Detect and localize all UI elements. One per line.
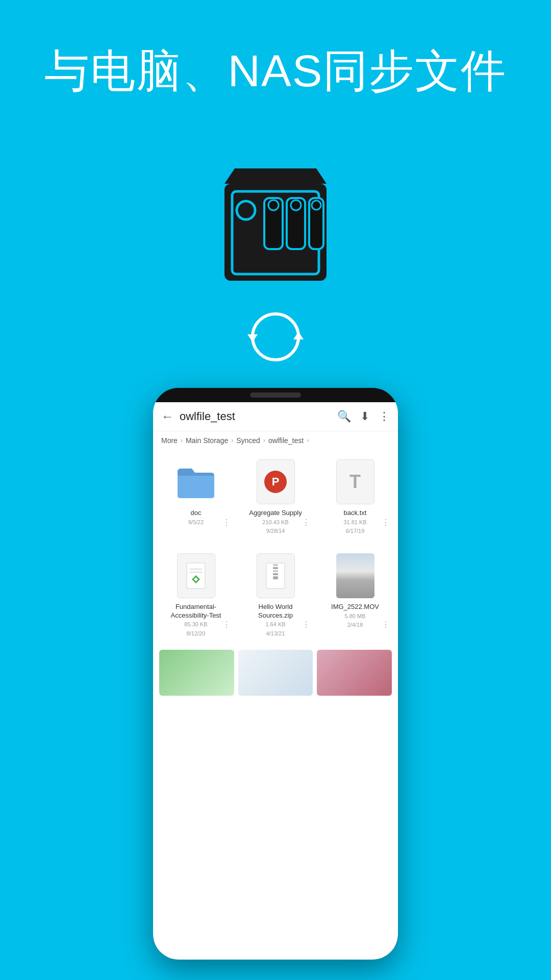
- epub-svg-icon: [185, 562, 207, 590]
- zip-svg-icon: [264, 562, 287, 590]
- file-name-mov: IMG_2522.MOV: [331, 603, 379, 611]
- app-title: owlfile_test: [180, 410, 337, 423]
- search-icon[interactable]: 🔍: [337, 410, 351, 423]
- phone-screen: ← owlfile_test 🔍 ⬇ ⋮ More › Main Storage…: [153, 402, 398, 960]
- svg-rect-17: [273, 576, 278, 579]
- breadcrumb-sep-3: ›: [263, 437, 265, 444]
- svg-marker-9: [293, 332, 304, 339]
- file-item-zip[interactable]: Hello World Sources.zip 1.64 KB 4/13/21 …: [237, 548, 314, 642]
- nas-icon: [204, 138, 347, 291]
- ppt-icon-bg: P: [257, 459, 295, 504]
- file-date-doc: 9/5/22: [188, 519, 204, 526]
- file-grid-row2: Fundamental-Accessibility-Test 85.30 KB …: [153, 544, 398, 646]
- back-button[interactable]: ←: [161, 409, 173, 424]
- more-vert-icon[interactable]: ⋮: [379, 410, 390, 423]
- file-size-epub: 85.30 KB: [184, 621, 207, 628]
- breadcrumb-sep-2: ›: [231, 437, 233, 444]
- epub-icon-wrapper: [173, 553, 219, 599]
- bottom-thumb-2[interactable]: [238, 650, 313, 696]
- hero-title: 与电脑、NAS同步文件: [0, 41, 551, 102]
- file-more-mov[interactable]: ⋮: [382, 620, 390, 629]
- file-more-txt[interactable]: ⋮: [382, 518, 390, 527]
- breadcrumb-more[interactable]: More: [161, 436, 178, 445]
- file-item-txt[interactable]: T back.txt 31.81 KB 6/17/19 ⋮: [316, 454, 394, 540]
- bottom-thumb-1[interactable]: [159, 650, 234, 696]
- sync-icon: [245, 306, 306, 368]
- file-grid-row1: doc 9/5/22 ⋮ P Aggregate Supply 210.43 K…: [153, 450, 398, 544]
- txt-inner-icon: T: [349, 471, 361, 493]
- mov-thumbnail: [336, 553, 374, 598]
- svg-rect-15: [273, 570, 278, 572]
- breadcrumb: More › Main Storage › Synced › owlfile_t…: [153, 431, 398, 450]
- txt-icon-bg: T: [336, 459, 374, 504]
- breadcrumb-main-storage[interactable]: Main Storage: [186, 436, 228, 445]
- header-icons: 🔍 ⬇ ⋮: [337, 410, 390, 423]
- file-item-mov[interactable]: IMG_2522.MOV 5.80 MB 2/4/18 ⋮: [316, 548, 394, 642]
- svg-rect-4: [287, 198, 305, 249]
- phone-notch: [153, 388, 398, 402]
- svg-marker-10: [247, 334, 258, 342]
- file-size-zip: 1.64 KB: [265, 621, 285, 628]
- bottom-thumb-3[interactable]: [317, 650, 392, 696]
- app-header: ← owlfile_test 🔍 ⬇ ⋮: [153, 402, 398, 431]
- ppt-inner-icon: P: [264, 471, 287, 493]
- zip-icon-bg: [257, 553, 295, 598]
- phone-speaker: [250, 393, 301, 398]
- file-more-ppt[interactable]: ⋮: [302, 518, 310, 527]
- mov-icon-wrapper: [332, 553, 378, 599]
- file-date-mov: 2/4/18: [347, 621, 363, 629]
- breadcrumb-synced[interactable]: Synced: [236, 436, 260, 445]
- breadcrumb-sep-4: ›: [307, 437, 309, 444]
- svg-rect-14: [273, 567, 278, 569]
- svg-rect-12: [266, 563, 285, 589]
- epub-icon-bg: [177, 553, 215, 598]
- file-item-epub[interactable]: Fundamental-Accessibility-Test 85.30 KB …: [157, 548, 235, 642]
- file-more-epub[interactable]: ⋮: [222, 620, 231, 629]
- phone-mockup: ← owlfile_test 🔍 ⬇ ⋮ More › Main Storage…: [153, 388, 398, 960]
- svg-rect-13: [273, 564, 278, 566]
- file-date-zip: 4/13/21: [266, 630, 285, 638]
- file-more-doc[interactable]: ⋮: [222, 518, 231, 527]
- ppt-icon-wrapper: P: [253, 459, 298, 505]
- file-size-ppt: 210.43 KB: [262, 519, 288, 526]
- file-date-txt: 6/17/19: [346, 527, 365, 535]
- txt-icon-wrapper: T: [332, 459, 378, 505]
- file-date-ppt: 9/28/14: [266, 527, 285, 535]
- folder-icon: [176, 464, 216, 499]
- file-size-mov: 5.80 MB: [345, 612, 366, 620]
- file-item-ppt[interactable]: P Aggregate Supply 210.43 KB 9/28/14 ⋮: [237, 454, 314, 540]
- file-item-doc[interactable]: doc 9/5/22 ⋮: [157, 454, 235, 540]
- file-date-epub: 8/12/20: [187, 630, 206, 638]
- svg-rect-16: [273, 573, 278, 575]
- file-more-zip[interactable]: ⋮: [302, 620, 310, 629]
- file-size-txt: 31.81 KB: [343, 519, 366, 526]
- folder-icon-wrapper: [173, 459, 219, 505]
- file-name-zip: Hello World Sources.zip: [245, 603, 306, 620]
- file-grid-row3: [153, 646, 398, 700]
- file-name-txt: back.txt: [344, 509, 367, 518]
- breadcrumb-owlfile[interactable]: owlfile_test: [268, 436, 304, 445]
- file-name-ppt: Aggregate Supply: [249, 509, 302, 518]
- sort-icon[interactable]: ⬇: [360, 410, 369, 423]
- file-name-doc: doc: [191, 509, 202, 518]
- svg-rect-3: [264, 198, 283, 249]
- zip-icon-wrapper: [253, 553, 298, 599]
- road-image: [336, 553, 374, 598]
- breadcrumb-sep-1: ›: [181, 437, 183, 444]
- file-name-epub: Fundamental-Accessibility-Test: [165, 603, 227, 620]
